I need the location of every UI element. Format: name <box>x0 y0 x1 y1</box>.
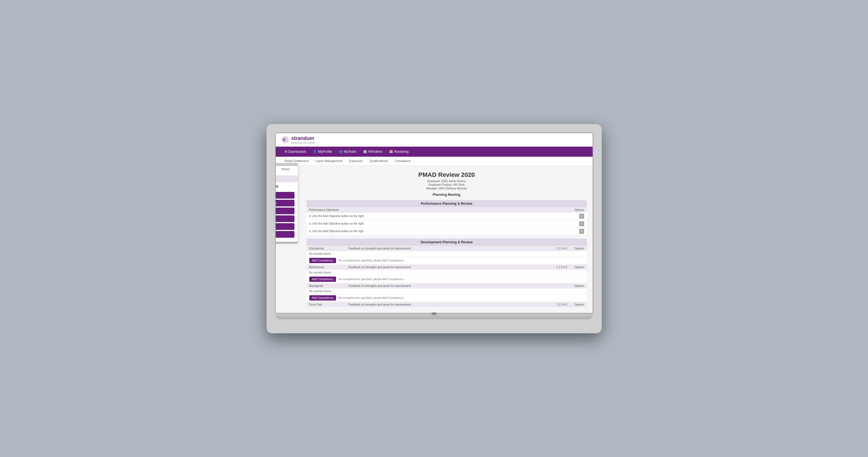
side-panel-tabs: Reviews Departmental Goals History <box>275 166 298 176</box>
performance-sub-header: Performance Objectives Options <box>307 207 587 213</box>
educational-feedback-col: Feedback on strengths and areas for impr… <box>348 247 539 250</box>
educational-ratings-col: 1 2 3 4 5 <box>539 247 567 250</box>
add-objective-1-button[interactable]: + <box>579 214 584 219</box>
nav-myprofile[interactable]: 👤 MyProfile <box>310 147 335 157</box>
logo-tagline: powering your people <box>291 141 315 144</box>
review-manager: Manager: (487) Bethany Mooney <box>307 187 587 190</box>
educational-label: Educational <box>309 247 348 250</box>
one-to-one-meetings-button[interactable]: One To One Meetings <box>275 200 294 207</box>
behavioural-add-msg: No competencies specified, please Add Co… <box>338 278 403 281</box>
mid-year-review-button[interactable]: Mid Year Review <box>275 208 294 214</box>
laptop-shell: S strandum powering your people ⊞ Dashbo… <box>267 124 602 333</box>
educational-add-competency-row: Add Competency No competencies specified… <box>307 257 587 265</box>
sub-nav-qualifications[interactable]: Qualifications <box>366 156 391 165</box>
add-competency-educational-button[interactable]: Add Competency <box>309 258 336 263</box>
planning-meeting-button[interactable]: Planning Meeting <box>275 192 294 199</box>
planning-meeting-label: Planning Meeting <box>307 193 587 197</box>
logo-icon: S <box>281 136 289 144</box>
objective-row-3-text: d, click the Add Objective button on the… <box>309 230 579 233</box>
full-form-view-button[interactable]: Full Form View <box>275 223 294 230</box>
end-of-year-review-button[interactable]: End Of Year Review <box>275 215 294 222</box>
managerial-options-col: Options <box>567 284 584 287</box>
fionn-label: Fionn Test <box>309 303 348 306</box>
behavioural-options-col: Options <box>567 266 584 269</box>
app-header: S strandum powering your people <box>276 133 593 147</box>
fionn-options-col: Options <box>567 303 584 306</box>
logo-area: S strandum powering your people <box>281 135 315 144</box>
logo-text: strandum powering your people <box>291 135 315 144</box>
fionn-feedback-col: Feedback on strengths and areas for impr… <box>348 303 539 306</box>
nav-myteam[interactable]: 👥 MyTeam <box>335 147 360 157</box>
review-title: PMAD Review 2020 <box>307 171 587 179</box>
development-section-header: Development Planning & Review <box>307 239 587 246</box>
logo-name: strandum <box>291 135 314 141</box>
behavioural-no-records: No records found. <box>307 270 587 275</box>
table-row: d, click the Add Objective button on the… <box>307 213 587 220</box>
table-row: d, click the Add Objective button on the… <box>307 220 587 228</box>
performance-options-col: Options <box>575 208 584 211</box>
add-objective-2-button[interactable]: + <box>579 221 584 226</box>
myteam-icon: 👥 <box>339 150 342 153</box>
add-competency-managerial-button[interactable]: Add Competency <box>309 295 336 301</box>
review-employee: Employee: (506) Jamie Kearns <box>307 180 587 183</box>
educational-options-col: Options <box>567 247 584 250</box>
add-objective-3-button[interactable]: + <box>579 229 584 234</box>
nav-myprofile-label: MyProfile <box>318 150 332 154</box>
dashboards-icon: ⊞ <box>285 150 287 153</box>
table-row: d, click the Add Objective button on the… <box>307 228 587 235</box>
behavioural-header: Behavioural Feedback on strengths and ar… <box>307 265 587 270</box>
behavioural-label: Behavioural <box>309 266 348 269</box>
close-review-button[interactable]: Close Review <box>275 231 294 238</box>
svg-text:S: S <box>283 138 285 142</box>
sub-nav-expenses[interactable]: Expenses <box>346 156 366 165</box>
educational-header: Educational Feedback on strengths and ar… <box>307 246 587 251</box>
nav-bar: ⊞ Dashboards 👤 MyProfile 👥 MyTeam 🏢 HRAd… <box>276 147 593 157</box>
educational-no-records: No records found. <box>307 251 587 257</box>
managerial-add-competency-row: Add Competency No competencies specified… <box>307 294 587 302</box>
tab-history[interactable]: History <box>275 166 298 176</box>
review-position: Employee Position: HR Clerk <box>307 183 587 186</box>
nav-dashboards-label: Dashboards <box>288 150 307 154</box>
behavioural-add-competency-row: Add Competency No competencies specified… <box>307 275 587 283</box>
objective-row-2-text: d, click the Add Objective button on the… <box>309 222 579 225</box>
managerial-add-msg: No competencies specified, please Add Co… <box>338 296 403 300</box>
behavioural-feedback-col: Feedback on strengths and areas for impr… <box>348 266 539 269</box>
sub-nav-compliance[interactable]: Compliance <box>391 156 414 165</box>
laptop-notch <box>431 312 437 315</box>
fionn-ratings-col: 1 2 3 4 5 <box>539 303 567 306</box>
myprofile-icon: 👤 <box>313 150 317 153</box>
nav-dashboards[interactable]: ⊞ Dashboards <box>281 147 310 157</box>
main-content: Reviews Departmental Goals History PMAD … <box>276 166 593 313</box>
objective-row-1-text: d, click the Add Objective button on the… <box>309 215 579 218</box>
rostering-icon: 📅 <box>389 150 393 153</box>
sub-nav-leave[interactable]: Leave Management <box>312 156 346 165</box>
behavioural-ratings-col: 1 2 3 4 5 <box>539 266 567 269</box>
nav-hradmin[interactable]: 🏢 HRAdmin <box>360 147 386 157</box>
managerial-feedback-col: Feedback on strengths and areas for impr… <box>348 284 567 287</box>
nav-myteam-label: MyTeam <box>344 150 356 154</box>
performance-objectives-col: Performance Objectives <box>309 208 575 211</box>
add-competency-behavioural-button[interactable]: Add Competency <box>309 277 336 282</box>
fionn-header: Fionn Test Feedback on strengths and are… <box>307 302 587 307</box>
side-panel-header: PMAD Review <box>275 176 298 182</box>
review-content: PMAD Review 2020 Employee: (506) Jamie K… <box>301 166 593 313</box>
side-panel: Reviews Departmental Goals History PMAD … <box>275 166 298 242</box>
nav-rostering-label: Rostering <box>394 150 408 154</box>
nav-hradmin-label: HRAdmin <box>368 150 382 154</box>
laptop-base <box>275 314 593 319</box>
performance-section-header: Performance Planning & Review <box>307 200 587 207</box>
nav-rostering[interactable]: 📅 Rostering <box>386 147 412 157</box>
laptop-screen: S strandum powering your people ⊞ Dashbo… <box>275 132 593 314</box>
managerial-no-records: No records found. <box>307 288 587 294</box>
hradmin-icon: 🏢 <box>363 150 367 153</box>
managerial-label: Managerial <box>309 284 348 287</box>
managerial-header: Managerial Feedback on strengths and are… <box>307 283 587 288</box>
educational-add-msg: No competencies specified, please Add Co… <box>338 259 403 262</box>
sub-nav: Retail Entitlement Leave Management Expe… <box>276 157 593 166</box>
side-panel-title: PMAD Review 2020 <box>275 182 298 191</box>
